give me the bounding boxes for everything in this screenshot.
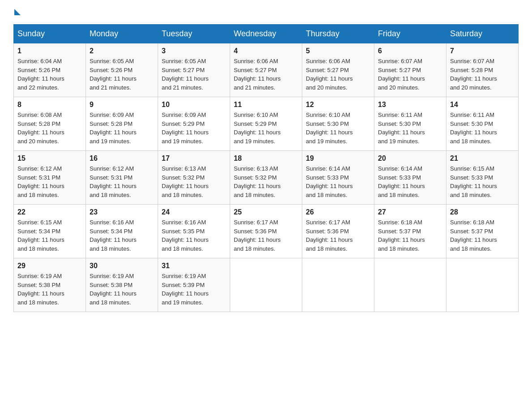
- day-number: 29: [17, 262, 82, 270]
- day-info: Sunrise: 6:08 AM Sunset: 5:28 PM Dayligh…: [17, 111, 82, 146]
- calendar-cell: 21 Sunrise: 6:15 AM Sunset: 5:33 PM Dayl…: [446, 151, 519, 205]
- calendar-cell: 7 Sunrise: 6:07 AM Sunset: 5:28 PM Dayli…: [446, 43, 519, 97]
- day-number: 14: [450, 101, 515, 109]
- day-info: Sunrise: 6:07 AM Sunset: 5:27 PM Dayligh…: [378, 57, 442, 92]
- day-number: 5: [306, 47, 370, 55]
- day-number: 17: [162, 154, 226, 163]
- calendar-cell: 29 Sunrise: 6:19 AM Sunset: 5:38 PM Dayl…: [14, 258, 86, 312]
- day-number: 18: [234, 154, 298, 163]
- weekday-header-tuesday: Tuesday: [158, 25, 230, 43]
- calendar-cell: 18 Sunrise: 6:13 AM Sunset: 5:32 PM Dayl…: [230, 151, 302, 205]
- day-info: Sunrise: 6:19 AM Sunset: 5:38 PM Dayligh…: [17, 272, 82, 307]
- calendar-cell: 25 Sunrise: 6:17 AM Sunset: 5:36 PM Dayl…: [230, 205, 302, 258]
- day-number: 6: [378, 47, 442, 55]
- calendar-cell: [446, 258, 519, 312]
- calendar-cell: 13 Sunrise: 6:11 AM Sunset: 5:30 PM Dayl…: [374, 97, 446, 151]
- page-header: [13, 9, 519, 15]
- calendar-cell: 5 Sunrise: 6:06 AM Sunset: 5:27 PM Dayli…: [302, 43, 374, 97]
- calendar-cell: 3 Sunrise: 6:05 AM Sunset: 5:27 PM Dayli…: [158, 43, 230, 97]
- calendar-cell: 9 Sunrise: 6:09 AM Sunset: 5:28 PM Dayli…: [86, 97, 158, 151]
- weekday-header-thursday: Thursday: [302, 25, 374, 43]
- day-info: Sunrise: 6:05 AM Sunset: 5:27 PM Dayligh…: [162, 57, 226, 92]
- calendar-cell: 8 Sunrise: 6:08 AM Sunset: 5:28 PM Dayli…: [14, 97, 86, 151]
- day-info: Sunrise: 6:17 AM Sunset: 5:36 PM Dayligh…: [306, 218, 370, 253]
- day-number: 25: [234, 208, 298, 216]
- calendar-week-row: 8 Sunrise: 6:08 AM Sunset: 5:28 PM Dayli…: [14, 97, 519, 151]
- day-number: 19: [306, 154, 370, 163]
- day-info: Sunrise: 6:19 AM Sunset: 5:39 PM Dayligh…: [162, 272, 226, 307]
- calendar-cell: 23 Sunrise: 6:16 AM Sunset: 5:34 PM Dayl…: [86, 205, 158, 258]
- day-number: 9: [90, 101, 154, 109]
- day-number: 8: [17, 101, 82, 109]
- calendar-cell: 15 Sunrise: 6:12 AM Sunset: 5:31 PM Dayl…: [14, 151, 86, 205]
- weekday-header-friday: Friday: [374, 25, 446, 43]
- calendar-table: SundayMondayTuesdayWednesdayThursdayFrid…: [13, 24, 519, 312]
- day-number: 16: [90, 154, 154, 163]
- day-info: Sunrise: 6:05 AM Sunset: 5:26 PM Dayligh…: [90, 57, 154, 92]
- calendar-cell: 6 Sunrise: 6:07 AM Sunset: 5:27 PM Dayli…: [374, 43, 446, 97]
- weekday-header-row: SundayMondayTuesdayWednesdayThursdayFrid…: [14, 25, 519, 43]
- day-number: 27: [378, 208, 442, 216]
- calendar-cell: 28 Sunrise: 6:18 AM Sunset: 5:37 PM Dayl…: [446, 205, 519, 258]
- day-number: 13: [378, 101, 442, 109]
- day-info: Sunrise: 6:12 AM Sunset: 5:31 PM Dayligh…: [17, 164, 82, 199]
- day-number: 21: [450, 154, 515, 163]
- day-info: Sunrise: 6:13 AM Sunset: 5:32 PM Dayligh…: [234, 164, 298, 199]
- calendar-cell: 27 Sunrise: 6:18 AM Sunset: 5:37 PM Dayl…: [374, 205, 446, 258]
- day-info: Sunrise: 6:14 AM Sunset: 5:33 PM Dayligh…: [306, 164, 370, 199]
- calendar-cell: 24 Sunrise: 6:16 AM Sunset: 5:35 PM Dayl…: [158, 205, 230, 258]
- day-number: 30: [90, 262, 154, 270]
- calendar-cell: 11 Sunrise: 6:10 AM Sunset: 5:29 PM Dayl…: [230, 97, 302, 151]
- calendar-week-row: 22 Sunrise: 6:15 AM Sunset: 5:34 PM Dayl…: [14, 205, 519, 258]
- day-info: Sunrise: 6:12 AM Sunset: 5:31 PM Dayligh…: [90, 164, 154, 199]
- calendar-body: 1 Sunrise: 6:04 AM Sunset: 5:26 PM Dayli…: [14, 43, 519, 312]
- calendar-cell: 16 Sunrise: 6:12 AM Sunset: 5:31 PM Dayl…: [86, 151, 158, 205]
- calendar-cell: 30 Sunrise: 6:19 AM Sunset: 5:38 PM Dayl…: [86, 258, 158, 312]
- day-info: Sunrise: 6:15 AM Sunset: 5:33 PM Dayligh…: [450, 164, 515, 199]
- calendar-week-row: 15 Sunrise: 6:12 AM Sunset: 5:31 PM Dayl…: [14, 151, 519, 205]
- day-info: Sunrise: 6:04 AM Sunset: 5:26 PM Dayligh…: [17, 57, 82, 92]
- logo-arrow-icon: [14, 9, 21, 15]
- day-number: 23: [90, 208, 154, 216]
- day-number: 26: [306, 208, 370, 216]
- day-info: Sunrise: 6:13 AM Sunset: 5:32 PM Dayligh…: [162, 164, 226, 199]
- calendar-cell: 4 Sunrise: 6:06 AM Sunset: 5:27 PM Dayli…: [230, 43, 302, 97]
- day-number: 11: [234, 101, 298, 109]
- day-number: 28: [450, 208, 515, 216]
- day-number: 22: [17, 208, 82, 216]
- day-number: 24: [162, 208, 226, 216]
- day-info: Sunrise: 6:10 AM Sunset: 5:29 PM Dayligh…: [234, 111, 298, 146]
- day-info: Sunrise: 6:14 AM Sunset: 5:33 PM Dayligh…: [378, 164, 442, 199]
- day-info: Sunrise: 6:10 AM Sunset: 5:30 PM Dayligh…: [306, 111, 370, 146]
- day-info: Sunrise: 6:07 AM Sunset: 5:28 PM Dayligh…: [450, 57, 515, 92]
- day-number: 20: [378, 154, 442, 163]
- day-info: Sunrise: 6:17 AM Sunset: 5:36 PM Dayligh…: [234, 218, 298, 253]
- day-info: Sunrise: 6:06 AM Sunset: 5:27 PM Dayligh…: [306, 57, 370, 92]
- calendar-cell: 26 Sunrise: 6:17 AM Sunset: 5:36 PM Dayl…: [302, 205, 374, 258]
- calendar-week-row: 1 Sunrise: 6:04 AM Sunset: 5:26 PM Dayli…: [14, 43, 519, 97]
- calendar-cell: [374, 258, 446, 312]
- calendar-header: SundayMondayTuesdayWednesdayThursdayFrid…: [14, 25, 519, 43]
- day-number: 10: [162, 101, 226, 109]
- day-info: Sunrise: 6:16 AM Sunset: 5:34 PM Dayligh…: [90, 218, 154, 253]
- weekday-header-wednesday: Wednesday: [230, 25, 302, 43]
- day-number: 2: [90, 47, 154, 55]
- day-number: 15: [17, 154, 82, 163]
- day-info: Sunrise: 6:09 AM Sunset: 5:28 PM Dayligh…: [90, 111, 154, 146]
- day-number: 1: [17, 47, 82, 55]
- calendar-cell: 1 Sunrise: 6:04 AM Sunset: 5:26 PM Dayli…: [14, 43, 86, 97]
- day-info: Sunrise: 6:19 AM Sunset: 5:38 PM Dayligh…: [90, 272, 154, 307]
- day-info: Sunrise: 6:11 AM Sunset: 5:30 PM Dayligh…: [450, 111, 515, 146]
- calendar-week-row: 29 Sunrise: 6:19 AM Sunset: 5:38 PM Dayl…: [14, 258, 519, 312]
- calendar-cell: 12 Sunrise: 6:10 AM Sunset: 5:30 PM Dayl…: [302, 97, 374, 151]
- day-info: Sunrise: 6:09 AM Sunset: 5:29 PM Dayligh…: [162, 111, 226, 146]
- weekday-header-monday: Monday: [86, 25, 158, 43]
- weekday-header-sunday: Sunday: [14, 25, 86, 43]
- weekday-header-saturday: Saturday: [446, 25, 519, 43]
- calendar-cell: 10 Sunrise: 6:09 AM Sunset: 5:29 PM Dayl…: [158, 97, 230, 151]
- calendar-cell: [230, 258, 302, 312]
- calendar-cell: [302, 258, 374, 312]
- day-info: Sunrise: 6:18 AM Sunset: 5:37 PM Dayligh…: [378, 218, 442, 253]
- day-number: 3: [162, 47, 226, 55]
- calendar-cell: 2 Sunrise: 6:05 AM Sunset: 5:26 PM Dayli…: [86, 43, 158, 97]
